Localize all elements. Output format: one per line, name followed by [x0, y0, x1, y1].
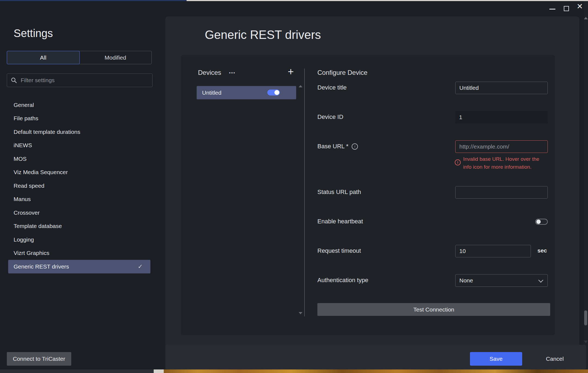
sidebar-item-label: File paths: [14, 115, 38, 122]
sidebar-item-read-speed[interactable]: Read speed: [7, 179, 152, 193]
sidebar-item-viz-media-sequencer[interactable]: Viz Media Sequencer: [7, 166, 152, 179]
sidebar-item-label: Crossover: [14, 209, 40, 216]
selected-auth-value: None: [459, 275, 473, 286]
settings-window: ✕ Settings All Modified General File pat…: [0, 0, 588, 373]
base-url-input[interactable]: [455, 140, 548, 153]
window-scrollbar-thumb[interactable]: [584, 310, 587, 325]
sidebar-item-default-template-durations[interactable]: Default template durations: [7, 125, 152, 139]
toggle-knob: [274, 90, 279, 95]
base-url-error-message: Invalid base URL. Hover over the info ic…: [463, 155, 541, 171]
devices-menu-icon[interactable]: •••: [229, 70, 236, 76]
connect-to-tricaster-button[interactable]: Connect to TriCaster: [7, 352, 71, 366]
sidebar-item-manus[interactable]: Manus: [7, 193, 152, 206]
sidebar-item-label: Template database: [14, 223, 62, 229]
save-button[interactable]: Save: [470, 352, 522, 366]
chevron-down-icon: [538, 278, 543, 282]
page-title: Generic REST drivers: [205, 28, 321, 42]
sidebar-item-general[interactable]: General: [7, 98, 152, 112]
status-url-label: Status URL path: [317, 189, 361, 196]
sidebar-item-crossover[interactable]: Crossover: [7, 206, 152, 220]
desktop-sliver: [0, 369, 588, 373]
sidebar-item-logging[interactable]: Logging: [7, 233, 152, 246]
request-timeout-label: Request timeout: [317, 247, 361, 254]
status-url-input[interactable]: [455, 186, 548, 199]
authentication-type-select[interactable]: None: [455, 274, 548, 287]
sidebar-item-generic-rest-drivers[interactable]: Generic REST drivers ✓: [8, 260, 150, 273]
authentication-type-label: Authentication type: [317, 277, 368, 284]
desktop-sliver-light: [154, 369, 164, 373]
sidebar-item-label: Default template durations: [14, 129, 80, 135]
sidebar-item-label: Read speed: [14, 183, 44, 189]
sidebar-item-template-database[interactable]: Template database: [7, 220, 152, 233]
minimize-icon[interactable]: [549, 9, 555, 10]
sidebar-tabs: All Modified: [7, 51, 152, 64]
add-device-icon[interactable]: +: [288, 66, 294, 77]
device-title-label: Device title: [317, 84, 347, 91]
test-connection-button[interactable]: Test Connection: [317, 303, 550, 316]
scroll-up-icon[interactable]: [584, 17, 588, 19]
search-input[interactable]: [20, 77, 148, 84]
device-title-input[interactable]: [455, 82, 548, 94]
tab-modified[interactable]: Modified: [79, 51, 152, 64]
sidebar-item-file-paths[interactable]: File paths: [7, 112, 152, 125]
close-icon[interactable]: ✕: [577, 3, 583, 10]
base-url-label: Base URL * i: [317, 143, 358, 150]
error-line-1: Invalid base URL. Hover over the: [463, 155, 541, 163]
panel-divider: [304, 69, 305, 316]
filter-settings-field[interactable]: [7, 73, 153, 87]
sidebar-item-label: Vizrt Graphics: [14, 250, 49, 256]
info-icon[interactable]: i: [352, 143, 358, 150]
scroll-down-icon[interactable]: [584, 341, 588, 343]
desktop-sliver-dark: [0, 369, 154, 373]
sidebar-item-label: Logging: [14, 236, 34, 243]
error-icon: !: [455, 159, 461, 165]
request-timeout-input[interactable]: [455, 245, 531, 257]
maximize-icon[interactable]: [564, 6, 569, 11]
device-name: Untitled: [202, 86, 221, 99]
sidebar-item-inews[interactable]: iNEWS: [7, 139, 152, 152]
sidebar-item-label: Manus: [14, 196, 31, 202]
footer-bar: [165, 345, 586, 369]
sidebar-item-label: General: [14, 102, 34, 108]
toggle-knob: [536, 220, 541, 224]
sidebar-item-label: MOS: [14, 156, 27, 162]
sidebar-item-mos[interactable]: MOS: [7, 152, 152, 166]
settings-nav-list: General File paths Default template dura…: [7, 98, 152, 273]
settings-title: Settings: [14, 27, 53, 39]
configure-device-header: Configure Device: [317, 69, 367, 76]
device-list-item[interactable]: Untitled: [197, 86, 296, 99]
device-id-label: Device ID: [317, 113, 343, 121]
search-icon: [11, 77, 17, 83]
devices-scroll-up-icon[interactable]: [299, 85, 302, 87]
sidebar-item-label: Viz Media Sequencer: [14, 169, 68, 175]
check-icon: ✓: [138, 263, 143, 270]
base-url-label-text: Base URL *: [317, 143, 348, 150]
desktop-sliver-wallpaper: [164, 369, 588, 373]
enable-heartbeat-label: Enable heartbeat: [317, 218, 363, 225]
tab-all[interactable]: All: [7, 51, 80, 64]
sidebar-item-vizrt-graphics[interactable]: Vizrt Graphics: [7, 246, 152, 260]
heartbeat-toggle[interactable]: [535, 219, 548, 225]
timeout-unit-label: sec: [537, 247, 547, 254]
sidebar-item-label: Generic REST drivers: [14, 263, 69, 270]
devices-header: Devices: [198, 69, 221, 76]
error-line-2: info icon for more information.: [463, 163, 541, 171]
device-id-field: [455, 111, 548, 124]
devices-scroll-down-icon[interactable]: [299, 312, 302, 314]
sidebar-item-label: iNEWS: [14, 142, 32, 149]
cancel-button[interactable]: Cancel: [540, 352, 570, 366]
device-enabled-toggle[interactable]: [267, 90, 280, 95]
